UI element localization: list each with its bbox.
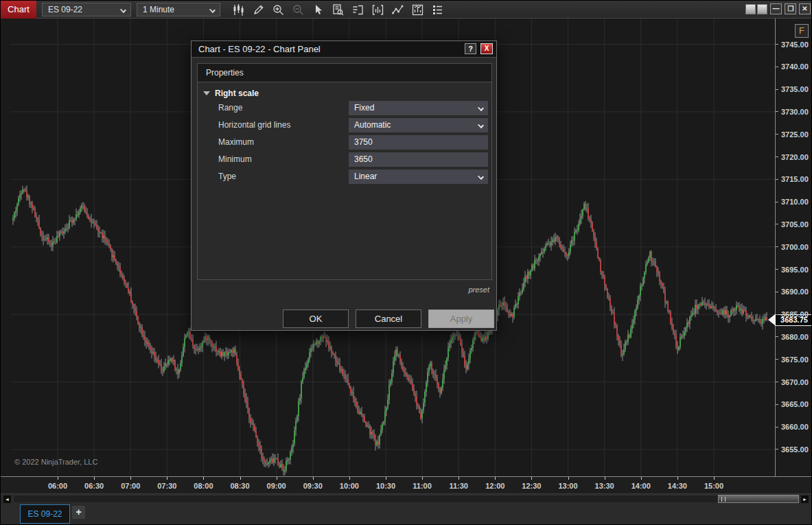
minimum-input[interactable]: 3650 [349,152,488,167]
zoom-out-icon [290,1,306,18]
time-axis-tick [677,477,678,480]
close-dialog-button[interactable]: X [480,43,493,54]
instrument-selector-value: ES 09-22 [48,5,82,14]
help-button[interactable]: ? [465,43,476,54]
time-axis-label: 11:30 [443,482,474,490]
time-axis-tick [240,477,241,480]
time-axis-tick [94,477,95,480]
add-tab-button[interactable]: + [72,506,85,519]
type-label: Type [218,172,236,181]
time-axis-label: 13:00 [553,482,583,490]
ok-button[interactable]: OK [283,310,349,328]
properties-icon[interactable] [429,1,445,18]
data-box-icon[interactable] [329,1,346,18]
price-axis-label: 3690.00 [781,288,809,296]
price-axis-label: 3685.00 [781,310,809,318]
price-axis-tick [776,202,778,202]
price-axis-tick [776,156,778,157]
price-axis-tick [776,179,778,180]
indicators-icon[interactable] [369,1,386,18]
price-axis-label: 3720.00 [781,153,809,161]
horizontal-grid-lines-select[interactable]: Automatic [349,118,488,132]
price-axis-tick [776,336,778,337]
price-axis-label: 3730.00 [781,108,809,116]
time-axis-label: 08:30 [225,482,255,490]
time-axis-label: 13:30 [590,482,620,490]
scrollbar-right-arrow[interactable]: ► [801,495,809,503]
price-axis-tick [776,111,778,112]
interval-link-button[interactable] [757,4,767,14]
copyright-text: © 2022 NinjaTrader, LLC [14,458,97,466]
price-axis-label: 3745.00 [781,40,809,49]
cancel-button[interactable]: Cancel [356,310,421,328]
time-axis-label: 10:30 [371,482,401,490]
scrollbar-handle[interactable] [718,495,799,503]
instrument-link-button[interactable] [745,4,756,14]
maximize-button[interactable]: ❐ [785,3,796,14]
window-menu-tab[interactable]: Chart [1,1,36,19]
fixed-scale-button[interactable]: F [795,24,809,38]
order-entry-icon[interactable] [349,1,366,18]
time-axis-tick [203,477,204,480]
chevron-down-icon [478,122,484,128]
tab-bar: ES 09-22 + [1,504,812,525]
time-axis-label: 06:30 [79,482,109,490]
price-axis-tick [776,224,778,224]
time-axis-tick [58,477,58,480]
properties-section-header: Properties [198,64,491,82]
range-label: Range [218,103,242,113]
strategies-icon[interactable] [389,1,406,18]
instrument-selector[interactable]: ES 09-22 [42,3,131,16]
price-axis-label: 3715.00 [781,175,809,183]
drawing-tools-icon[interactable] [250,1,266,18]
chevron-down-icon [120,7,126,13]
chart-style-icon[interactable] [230,1,246,18]
price-axis-label: 3675.00 [781,355,809,364]
type-row: TypeLinear [198,170,491,184]
maximum-row: Maximum3750 [198,135,491,150]
price-axis-tick [776,134,778,135]
price-axis-label: 3680.00 [781,333,809,341]
price-axis-tick [776,314,778,315]
price-axis-tick [776,427,778,428]
time-axis-tick [714,477,715,480]
price-axis-label: 3710.00 [781,198,809,206]
time-axis-label: 14:00 [626,482,656,490]
chart-trader-icon[interactable] [409,1,426,18]
close-button[interactable]: ✕ [799,3,811,14]
price-axis-label: 3700.00 [781,243,809,251]
preset-link[interactable]: preset [468,285,489,294]
maximum-input[interactable]: 3750 [349,135,488,150]
chart-window: Chart ES 09-22 1 Minute —❐✕ © 2022 Ninja… [0,0,812,525]
right-scale-group-label: Right scale [215,89,259,98]
scrollbar-track[interactable] [13,495,799,503]
time-axis-tick [459,477,459,480]
minimize-button[interactable]: — [770,3,782,14]
range-select[interactable]: Fixed [349,101,488,115]
tab-es-09-22[interactable]: ES 09-22 [20,504,70,524]
price-axis[interactable]: F 3683.75 3745.003740.003735.003730.0037… [775,19,812,476]
right-scale-group[interactable]: Right scale [203,89,491,98]
scrollbar-left-arrow[interactable]: ◄ [3,495,11,503]
price-axis-label: 3655.00 [781,445,809,454]
price-axis-tick [776,449,778,450]
interval-selector[interactable]: 1 Minute [137,3,220,16]
time-axis-tick [386,477,386,480]
time-axis-label: 08:00 [188,482,218,490]
time-axis-label: 11:00 [407,482,437,490]
zoom-in-icon[interactable] [270,1,286,18]
price-axis-tick [776,359,778,360]
cursor-icon[interactable] [310,1,326,18]
type-select[interactable]: Linear [349,170,488,184]
time-axis-tick [531,477,532,480]
price-axis-tick [776,246,778,247]
chart-panel-properties-dialog: Chart - ES 09-22 - Chart Panel ? X Prope… [191,40,497,331]
time-axis-tick [568,477,569,480]
price-axis-tick [776,292,778,292]
time-axis-label: 09:30 [298,482,328,490]
apply-button: Apply [428,310,494,328]
dialog-title-bar[interactable]: Chart - ES 09-22 - Chart Panel ? X [192,41,496,58]
price-axis-tick [776,89,778,90]
time-axis-tick [422,477,423,480]
time-axis[interactable]: 06:0006:3007:0007:3008:0008:3009:0009:30… [1,476,812,493]
